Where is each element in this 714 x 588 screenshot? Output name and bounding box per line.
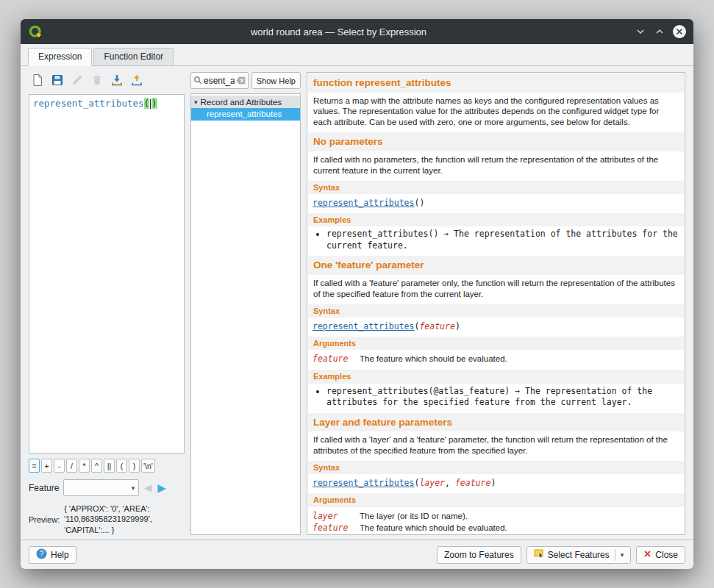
operator-button[interactable]: =: [29, 459, 40, 473]
help-section-heading: One 'feature' parameter: [308, 256, 684, 275]
clear-search-icon[interactable]: [236, 74, 246, 87]
import-down-arrow-icon: [110, 74, 124, 89]
syntax-heading: Syntax: [308, 461, 684, 474]
expression-function-name: represent_attributes: [33, 98, 144, 109]
help-section-heading: Layer and feature parameters: [308, 413, 684, 432]
help-button[interactable]: ? Help: [29, 546, 76, 564]
search-input[interactable]: [204, 76, 235, 86]
text-cursor: [150, 99, 151, 109]
argument-row: featureThe feature which should be evalu…: [313, 354, 679, 365]
export-expressions-button[interactable]: [128, 73, 145, 90]
help-sections: No parametersIf called with no parameter…: [307, 132, 685, 535]
syntax-code: represent_attributes(): [307, 195, 685, 212]
tree-item[interactable]: represent_attributes: [191, 108, 300, 121]
qgis-logo-icon: [28, 24, 43, 39]
save-expression-button[interactable]: [49, 73, 65, 90]
help-panel[interactable]: function represent_attributes Returns a …: [307, 72, 685, 535]
syntax-heading: Syntax: [308, 181, 684, 194]
examples-heading: Examples: [308, 213, 684, 226]
preview-value: { 'APPROX': '0', 'AREA': '110,8639582319…: [64, 503, 176, 535]
delete-expression-button[interactable]: [88, 73, 105, 90]
zoom-to-features-button[interactable]: Zoom to Features: [437, 546, 521, 564]
titlebar[interactable]: world round area — Select by Expression: [21, 19, 693, 44]
operator-button[interactable]: ||: [104, 459, 115, 473]
arguments-heading: Arguments: [308, 337, 684, 350]
function-search[interactable]: [190, 72, 249, 89]
document-icon: [31, 74, 44, 89]
syntax-heading: Syntax: [308, 304, 684, 318]
expand-arrow-icon: ▾: [194, 98, 198, 106]
select-by-expression-dialog: world round area — Select by Expression …: [21, 19, 693, 569]
search-row: Show Help: [190, 72, 301, 89]
operator-button[interactable]: *: [79, 459, 90, 473]
new-expression-button[interactable]: [29, 73, 46, 90]
pencil-icon: [71, 74, 84, 89]
search-icon: [193, 74, 202, 87]
help-paragraph: If called with a 'layer' and a 'feature'…: [308, 432, 684, 460]
expression-panel: represent_attributes() =+-/*^||()'\n' Fe…: [29, 72, 185, 535]
example-item: represent_attributes() → The representat…: [326, 229, 685, 251]
expression-toolbar: [29, 72, 185, 90]
tree-group-label: Record and Attributes: [201, 98, 282, 107]
preview-row: Preview: { 'APPROX': '0', 'AREA': '110,8…: [29, 503, 185, 535]
example-item: represent_attributes(@atlas_feature) → T…: [326, 386, 685, 409]
caret-down-icon: ▾: [132, 484, 135, 492]
dialog-content: represent_attributes() =+-/*^||()'\n' Fe…: [21, 66, 693, 539]
operator-button[interactable]: ): [129, 459, 140, 473]
trash-icon: [90, 74, 104, 89]
previous-feature-button[interactable]: ◀: [143, 483, 152, 492]
select-features-label: Select Features: [548, 550, 610, 560]
tab-function-editor[interactable]: Function Editor: [93, 48, 174, 65]
svg-text:?: ?: [40, 550, 44, 558]
operator-button[interactable]: ^: [91, 459, 102, 473]
function-list-panel: Show Help ▾Record and Attributesrepresen…: [190, 72, 301, 535]
help-paragraph: If called with a 'feature' parameter onl…: [308, 276, 684, 304]
save-icon: [51, 74, 64, 89]
feature-label: Feature: [29, 483, 59, 493]
help-title: function represent_attributes: [308, 74, 684, 93]
desktop-background: world round area — Select by Expression …: [0, 0, 714, 588]
caret-down-icon[interactable]: ▾: [621, 551, 624, 559]
argument-row: layerThe layer (or its ID or name).: [313, 511, 679, 522]
close-button-label: Close: [655, 550, 678, 560]
tab-bar: Expression Function Editor: [21, 44, 693, 66]
operator-button[interactable]: -: [54, 459, 65, 473]
close-paren: ): [151, 98, 157, 109]
operator-button[interactable]: /: [66, 459, 77, 473]
help-intro: Returns a map with the attribute names a…: [308, 93, 684, 132]
zoom-to-features-label: Zoom to Features: [444, 550, 514, 560]
argument-row: featureThe feature which should be evalu…: [313, 523, 679, 534]
import-expressions-button[interactable]: [108, 73, 125, 90]
chevron-down-icon[interactable]: [635, 26, 646, 37]
open-paren: (: [144, 98, 150, 109]
close-icon: [643, 550, 651, 560]
edit-expression-button[interactable]: [68, 73, 85, 90]
operator-button[interactable]: '\n': [141, 459, 155, 473]
function-tree[interactable]: ▾Record and Attributesrepresent_attribut…: [190, 93, 301, 535]
select-features-button[interactable]: Select Features ▾: [526, 546, 632, 564]
syntax-code: represent_attributes(feature): [307, 318, 685, 336]
preview-label: Preview:: [29, 515, 60, 524]
feature-row: Feature ▾ ◀ ▶: [29, 479, 185, 496]
operator-button[interactable]: +: [41, 459, 52, 473]
show-help-button[interactable]: Show Help: [251, 72, 301, 89]
tree-group-row[interactable]: ▾Record and Attributes: [191, 96, 300, 108]
feature-combobox[interactable]: ▾: [63, 479, 139, 496]
window-title: world round area — Select by Expression: [43, 26, 635, 37]
next-feature-button[interactable]: ▶: [157, 482, 167, 493]
operator-button[interactable]: (: [116, 459, 127, 473]
footer: ? Help Zoom to Features Select Features …: [21, 539, 693, 569]
help-button-label: Help: [51, 550, 69, 560]
close-button[interactable]: Close: [636, 546, 685, 564]
examples-heading: Examples: [308, 370, 684, 383]
operator-buttons: =+-/*^||()'\n': [29, 459, 185, 473]
arguments-heading: Arguments: [308, 493, 684, 506]
tab-expression[interactable]: Expression: [28, 48, 92, 66]
help-icon: ?: [36, 548, 47, 562]
expression-editor[interactable]: represent_attributes(): [29, 94, 185, 453]
close-window-button[interactable]: [673, 25, 686, 38]
export-up-arrow-icon: [130, 74, 143, 89]
syntax-code: represent_attributes(layer, feature): [307, 475, 685, 492]
chevron-up-icon[interactable]: [654, 26, 665, 37]
select-features-icon: [534, 548, 544, 561]
